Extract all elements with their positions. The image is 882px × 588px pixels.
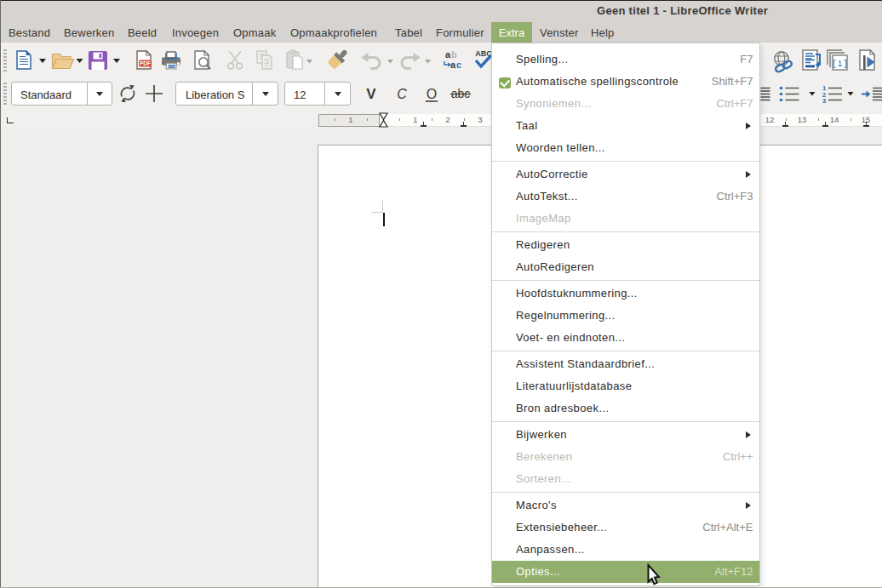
svg-text:a: a bbox=[445, 49, 451, 60]
svg-text:c: c bbox=[456, 60, 461, 70]
svg-text:3: 3 bbox=[822, 97, 826, 105]
svg-text:O: O bbox=[427, 87, 437, 101]
svg-text:b: b bbox=[451, 49, 457, 60]
svg-text:V: V bbox=[366, 86, 376, 102]
svg-text:[i]: [i] bbox=[832, 59, 849, 69]
svg-text:a: a bbox=[450, 60, 456, 70]
svg-text:C: C bbox=[397, 87, 407, 101]
svg-text:PDF: PDF bbox=[140, 60, 151, 66]
